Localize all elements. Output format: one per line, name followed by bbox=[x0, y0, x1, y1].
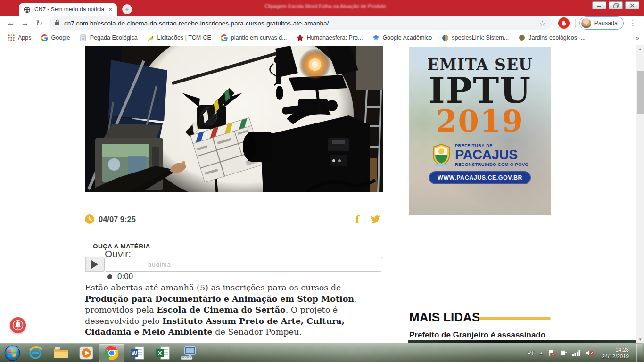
bookmark-item[interactable]: Google bbox=[37, 33, 74, 43]
taskbar-ie-button[interactable] bbox=[23, 344, 48, 362]
excel-icon: X bbox=[155, 346, 170, 360]
taskbar-media-player-button[interactable] bbox=[74, 344, 99, 362]
taskbar-explorer-button[interactable] bbox=[48, 344, 74, 362]
bookmark-item[interactable]: speciesLink: Sistem... bbox=[438, 33, 512, 43]
ad-line2: IPTU bbox=[409, 74, 551, 107]
bookmark-label: plantio em curvas d... bbox=[231, 34, 287, 41]
star-red-icon bbox=[297, 34, 304, 41]
bookmark-label: Jardins ecológicos -... bbox=[528, 34, 586, 41]
taskbar-clock[interactable]: 14:28 24/12/2019 bbox=[599, 346, 632, 360]
tab-title: CN7 - Sem medo da notícia! bbox=[34, 6, 105, 13]
bookmark-item[interactable]: Licitações | TCM-CE bbox=[143, 33, 215, 43]
taskbar-remote-desktop-button[interactable] bbox=[175, 344, 201, 362]
reload-icon[interactable]: ↻ bbox=[32, 16, 46, 30]
svg-text:X: X bbox=[158, 350, 162, 357]
bookmark-star-icon[interactable]: ☆ bbox=[539, 19, 545, 28]
scrollbar-thumb[interactable] bbox=[637, 71, 644, 114]
windows-logo-icon bbox=[4, 345, 21, 362]
window-controls bbox=[592, 1, 639, 9]
language-indicator[interactable]: PT bbox=[527, 350, 534, 356]
ad-url-pill[interactable]: WWW.PACAJUS.CE.GOV.BR bbox=[429, 171, 531, 184]
page-scrollbar[interactable]: ▲ ▼ bbox=[636, 45, 644, 343]
bell-icon bbox=[12, 319, 24, 331]
svg-text:W: W bbox=[132, 350, 138, 357]
ad-org: PACAJUS bbox=[455, 148, 528, 162]
profile-label: Pausada bbox=[594, 20, 618, 26]
profile-chip[interactable]: Pausada bbox=[579, 16, 624, 30]
tab-close-icon[interactable]: ✕ bbox=[108, 7, 113, 13]
system-tray: PT ▲ 14:28 24/12/2019 bbox=[527, 344, 644, 362]
article-date-row: 04/07 9:25 bbox=[85, 214, 383, 224]
audio-player-field[interactable]: audima bbox=[104, 257, 382, 272]
ad-line3: 2019 bbox=[409, 107, 551, 136]
browser-menu-icon[interactable]: ⋮ bbox=[626, 19, 640, 27]
action-center-flag-icon[interactable] bbox=[548, 349, 555, 357]
most-read-title: MAIS LIDAS bbox=[409, 310, 480, 325]
chrome-icon bbox=[105, 346, 119, 360]
restore-button[interactable] bbox=[609, 1, 623, 9]
most-read-headline[interactable]: Prefeito de Granjeiro é assassinado bbox=[409, 330, 636, 340]
bookmark-item[interactable]: Humanaesfera: Pro... bbox=[293, 33, 367, 43]
lock-icon[interactable] bbox=[55, 19, 60, 27]
bookmark-label: Pegada Ecológica bbox=[90, 34, 138, 41]
bookmark-item[interactable]: Pegada Ecológica bbox=[76, 33, 141, 43]
bookmarks-overflow-icon[interactable]: » bbox=[636, 34, 639, 41]
bookmark-item[interactable]: Google Acadêmico bbox=[368, 33, 436, 43]
word-icon: W bbox=[130, 346, 145, 360]
iptu-ad-banner[interactable]: EMITA SEU IPTU 2019 PREFEITURA DE PACAJU… bbox=[409, 47, 551, 215]
network-signal-icon[interactable] bbox=[572, 350, 581, 356]
scroll-up-icon[interactable]: ▲ bbox=[636, 45, 644, 53]
pacajus-crest-icon bbox=[431, 143, 451, 167]
pacajus-logo: PREFEITURA DE PACAJUS RECONSTRUINDO COM … bbox=[409, 143, 551, 167]
article-date: 04/07 9:25 bbox=[99, 215, 136, 224]
google-g-icon bbox=[41, 34, 49, 41]
profile-avatar bbox=[581, 18, 591, 28]
google-g-icon bbox=[221, 34, 228, 41]
bookmark-item[interactable]: plantio em curvas d... bbox=[217, 33, 291, 43]
scroll-down-icon[interactable]: ▼ bbox=[636, 336, 644, 343]
power-plug-icon[interactable] bbox=[560, 349, 568, 357]
clock-icon bbox=[85, 214, 94, 224]
play-icon bbox=[91, 260, 98, 269]
close-button[interactable] bbox=[625, 1, 639, 9]
tray-expand-icon[interactable]: ▲ bbox=[539, 351, 544, 355]
audio-time: 0:00 bbox=[117, 272, 133, 281]
volume-muted-icon[interactable] bbox=[586, 349, 594, 357]
taskbar-excel-button[interactable]: X bbox=[150, 344, 175, 362]
back-icon[interactable]: ← bbox=[4, 16, 18, 30]
url-bar[interactable]: cn7.com.br/escola-de-cinema-do-sertao-re… bbox=[49, 16, 552, 30]
start-button[interactable] bbox=[2, 344, 23, 362]
article-paragraph: Estão abertas até amanhã (5) as inscriçõ… bbox=[85, 282, 384, 338]
article-hero-image bbox=[85, 46, 383, 192]
show-desktop-button[interactable] bbox=[636, 344, 642, 362]
browser-tab[interactable]: CN7 - Sem medo da notícia! ✕ bbox=[19, 3, 117, 16]
titlebar-ghost-text: Clipagem Escola Word Folha na Atuação de… bbox=[238, 3, 413, 9]
share-facebook-icon[interactable]: f bbox=[351, 213, 364, 226]
share-twitter-icon[interactable] bbox=[369, 213, 382, 226]
browser-toolbar: ← → ↻ cn7.com.br/escola-de-cinema-do-ser… bbox=[0, 16, 644, 31]
forward-icon[interactable]: → bbox=[18, 16, 32, 30]
bookmark-item[interactable]: Apps bbox=[4, 33, 35, 43]
ad-slogan: RECONSTRUINDO COM O POVO bbox=[455, 162, 528, 167]
url-text: cn7.com.br/escola-de-cinema-do-sertao-re… bbox=[64, 20, 535, 27]
toolbar-divider bbox=[575, 19, 576, 27]
adblock-extension-icon[interactable] bbox=[558, 17, 570, 29]
bookmark-label: Licitações | TCM-CE bbox=[157, 34, 211, 41]
new-tab-button[interactable]: + bbox=[122, 4, 132, 14]
bookmark-item[interactable]: Jardins ecológicos -... bbox=[514, 33, 589, 43]
audio-progress-dot[interactable] bbox=[107, 274, 112, 279]
minimize-button[interactable] bbox=[592, 1, 606, 9]
bookmarks-bar: AppsGooglePegada EcológicaLicitações | T… bbox=[0, 31, 644, 45]
notifications-bell-button[interactable] bbox=[10, 317, 26, 333]
audio-time-row: 0:00 bbox=[107, 272, 133, 281]
taskbar-word-button[interactable]: W bbox=[124, 344, 150, 362]
bookmark-label: Apps bbox=[18, 34, 32, 41]
page-icon bbox=[80, 34, 87, 41]
page-content: 04/07 9:25 f OUÇA A MATÉRIA Ouvir: audim… bbox=[0, 45, 644, 343]
clock-date: 24/12/2019 bbox=[602, 353, 629, 360]
clock-time: 14:28 bbox=[602, 346, 629, 353]
media-player-icon bbox=[79, 346, 94, 361]
taskbar-chrome-button[interactable] bbox=[99, 344, 124, 362]
bookmark-label: Google bbox=[51, 34, 70, 41]
audio-play-button[interactable] bbox=[85, 257, 104, 272]
